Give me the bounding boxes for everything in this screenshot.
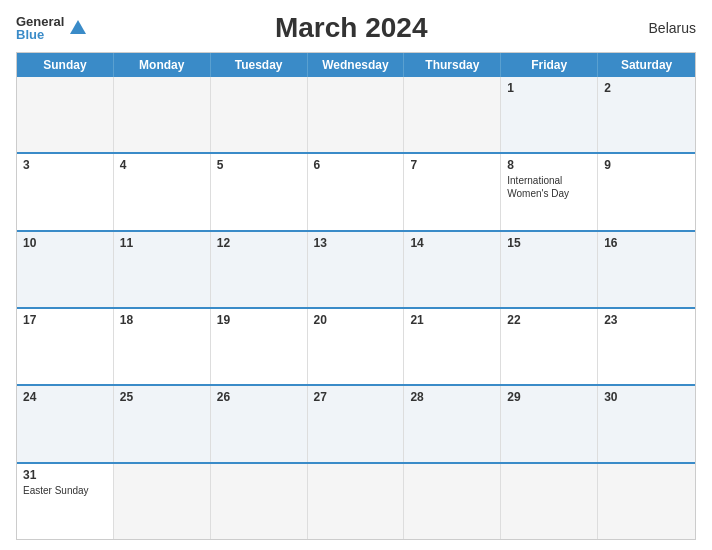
calendar-cell: 11 [114, 232, 211, 307]
header-tuesday: Tuesday [211, 53, 308, 77]
calendar-cell: 9 [598, 154, 695, 229]
calendar-week-1: 12 [17, 77, 695, 152]
day-number: 21 [410, 313, 494, 327]
header-monday: Monday [114, 53, 211, 77]
header-thursday: Thursday [404, 53, 501, 77]
calendar-cell: 23 [598, 309, 695, 384]
calendar-week-2: 345678International Women's Day9 [17, 152, 695, 229]
calendar-week-4: 17181920212223 [17, 307, 695, 384]
calendar-cell: 25 [114, 386, 211, 461]
day-number: 2 [604, 81, 689, 95]
logo-blue: Blue [16, 28, 64, 41]
header-sunday: Sunday [17, 53, 114, 77]
day-number: 1 [507, 81, 591, 95]
day-number: 20 [314, 313, 398, 327]
calendar-cell [114, 464, 211, 539]
header-wednesday: Wednesday [308, 53, 405, 77]
day-number: 19 [217, 313, 301, 327]
day-number: 18 [120, 313, 204, 327]
day-number: 14 [410, 236, 494, 250]
day-number: 12 [217, 236, 301, 250]
day-number: 5 [217, 158, 301, 172]
header-friday: Friday [501, 53, 598, 77]
day-number: 29 [507, 390, 591, 404]
calendar-cell: 21 [404, 309, 501, 384]
header: General Blue March 2024 Belarus [16, 12, 696, 44]
calendar-cell: 17 [17, 309, 114, 384]
calendar-cell: 12 [211, 232, 308, 307]
day-number: 26 [217, 390, 301, 404]
calendar-cell: 31Easter Sunday [17, 464, 114, 539]
calendar-cell [501, 464, 598, 539]
day-event: International Women's Day [507, 174, 591, 200]
calendar-cell: 3 [17, 154, 114, 229]
calendar-cell [114, 77, 211, 152]
day-number: 15 [507, 236, 591, 250]
calendar-cell: 4 [114, 154, 211, 229]
header-saturday: Saturday [598, 53, 695, 77]
day-number: 4 [120, 158, 204, 172]
calendar-cell: 10 [17, 232, 114, 307]
day-number: 25 [120, 390, 204, 404]
calendar-cell [308, 464, 405, 539]
logo: General Blue [16, 15, 86, 41]
day-number: 8 [507, 158, 591, 172]
day-number: 11 [120, 236, 204, 250]
day-event: Easter Sunday [23, 484, 107, 497]
calendar-header: Sunday Monday Tuesday Wednesday Thursday… [17, 53, 695, 77]
logo-triangle-icon [70, 20, 86, 34]
calendar-cell: 29 [501, 386, 598, 461]
calendar-cell: 27 [308, 386, 405, 461]
calendar-cell [598, 464, 695, 539]
day-number: 13 [314, 236, 398, 250]
calendar-week-5: 24252627282930 [17, 384, 695, 461]
calendar-cell: 30 [598, 386, 695, 461]
day-number: 7 [410, 158, 494, 172]
day-number: 23 [604, 313, 689, 327]
calendar-cell: 13 [308, 232, 405, 307]
calendar-week-3: 10111213141516 [17, 230, 695, 307]
day-number: 10 [23, 236, 107, 250]
calendar-cell [211, 464, 308, 539]
day-number: 3 [23, 158, 107, 172]
calendar-cell: 28 [404, 386, 501, 461]
calendar-cell: 19 [211, 309, 308, 384]
calendar-cell: 24 [17, 386, 114, 461]
day-number: 6 [314, 158, 398, 172]
calendar-cell: 20 [308, 309, 405, 384]
calendar-cell: 2 [598, 77, 695, 152]
day-number: 28 [410, 390, 494, 404]
calendar-week-6: 31Easter Sunday [17, 462, 695, 539]
calendar-cell: 16 [598, 232, 695, 307]
calendar-cell: 26 [211, 386, 308, 461]
calendar-cell: 22 [501, 309, 598, 384]
calendar-cell [308, 77, 405, 152]
day-number: 22 [507, 313, 591, 327]
calendar-cell: 15 [501, 232, 598, 307]
day-number: 27 [314, 390, 398, 404]
country-label: Belarus [616, 20, 696, 36]
day-number: 17 [23, 313, 107, 327]
calendar-cell: 7 [404, 154, 501, 229]
logo-text: General Blue [16, 15, 64, 41]
calendar-cell [17, 77, 114, 152]
day-number: 16 [604, 236, 689, 250]
calendar-page: General Blue March 2024 Belarus Sunday M… [0, 0, 712, 550]
page-title: March 2024 [86, 12, 616, 44]
calendar-grid: Sunday Monday Tuesday Wednesday Thursday… [16, 52, 696, 540]
day-number: 31 [23, 468, 107, 482]
calendar-cell: 18 [114, 309, 211, 384]
calendar-cell [404, 464, 501, 539]
day-number: 24 [23, 390, 107, 404]
calendar-cell: 6 [308, 154, 405, 229]
day-number: 9 [604, 158, 689, 172]
calendar-cell: 8International Women's Day [501, 154, 598, 229]
day-number: 30 [604, 390, 689, 404]
calendar-cell: 5 [211, 154, 308, 229]
calendar-body: 12345678International Women's Day9101112… [17, 77, 695, 539]
calendar-cell [211, 77, 308, 152]
calendar-cell [404, 77, 501, 152]
calendar-cell: 1 [501, 77, 598, 152]
calendar-cell: 14 [404, 232, 501, 307]
